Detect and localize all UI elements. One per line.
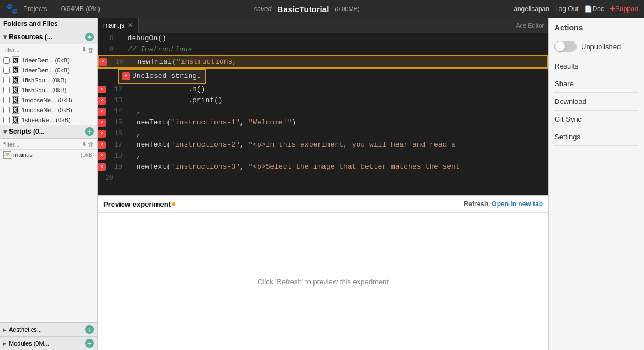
- editor-tab-main-js[interactable]: main.js ✕: [98, 18, 139, 33]
- scripts-arrow-icon: ▾: [3, 128, 7, 135]
- file-checkbox[interactable]: [3, 107, 10, 113]
- file-checkbox[interactable]: [3, 77, 10, 83]
- code-line-15: ✕ 15 newText("instructions-1", "Welcome!…: [98, 117, 548, 128]
- file-icon: 🖼: [12, 76, 19, 84]
- error-icon-18: ✕: [98, 152, 106, 160]
- scripts-header[interactable]: ▾ Scripts (0... +: [0, 125, 97, 139]
- script-file-size: (0kB): [81, 152, 94, 158]
- error-icon-13: ✕: [98, 97, 106, 105]
- code-line-18: ✕ 18 ,: [98, 150, 548, 161]
- scripts-filter-row: ⬇ 🗑: [0, 139, 97, 150]
- script-file-name: main.js: [13, 152, 81, 158]
- file-icon: 🖼: [12, 96, 19, 104]
- share-action[interactable]: Share: [554, 75, 638, 93]
- file-item[interactable]: 🖼 1fishSqu... (0kB): [0, 85, 97, 95]
- preview-content: Click 'Refresh' to preview this experime…: [98, 213, 548, 350]
- resources-label: Resources (...: [9, 33, 53, 41]
- settings-action[interactable]: Settings: [554, 128, 638, 146]
- code-line-16: ✕ 16 ,: [98, 128, 548, 139]
- project-title: BasicTutorial: [277, 4, 329, 14]
- doc-link[interactable]: 📄Doc: [584, 5, 604, 13]
- scripts-filter-input[interactable]: [3, 141, 81, 148]
- resources-filter-input[interactable]: [3, 46, 81, 53]
- file-item[interactable]: 🖼 1mooseNe... (0kB): [0, 105, 97, 115]
- actions-title: Actions: [554, 23, 638, 32]
- file-name: 1deerDen... (0kB): [22, 57, 94, 64]
- file-item[interactable]: 🖼 1fishSqu... (0kB): [0, 75, 97, 85]
- script-filter-download-icon[interactable]: ⬇: [82, 140, 87, 148]
- code-line-9: 9 // Instructions: [98, 44, 548, 55]
- file-icon: 🖼: [12, 56, 19, 64]
- toggle-knob: [555, 41, 565, 51]
- logo-icon: 🐾: [6, 3, 18, 15]
- js-file-icon: JS: [3, 151, 11, 159]
- error-icon-17: ✕: [98, 141, 106, 149]
- filter-trash-icon[interactable]: 🗑: [88, 46, 94, 53]
- tab-close-button[interactable]: ✕: [128, 22, 133, 29]
- aesthetics-section[interactable]: ▸ Aesthetics... +: [0, 322, 97, 336]
- sidebar: Folders and Files ▾ Resources (... + ⬇ 🗑…: [0, 18, 98, 350]
- tab-label: main.js: [103, 22, 124, 29]
- preview-header: Preview experiment ● Refresh Open in new…: [98, 196, 548, 213]
- file-checkbox[interactable]: [3, 87, 10, 93]
- file-item[interactable]: 🖼 1mooseNe... (0kB): [0, 95, 97, 105]
- code-line-14: ✕ 14 ,: [98, 106, 548, 117]
- scripts-add-button[interactable]: +: [85, 127, 94, 136]
- aesthetics-add-button[interactable]: +: [85, 325, 94, 334]
- projects-link[interactable]: Projects: [23, 5, 47, 13]
- modules-add-button[interactable]: +: [85, 339, 94, 348]
- script-file-item[interactable]: JS main.js (0kB): [0, 150, 97, 160]
- resources-add-button[interactable]: +: [85, 33, 94, 41]
- publish-toggle-row: Unpublished: [554, 39, 638, 54]
- editor-area: main.js ✕ Ace Editor 8 debugOn() 9 // In…: [98, 18, 548, 350]
- storage-info: — 0/64MB (0%): [53, 5, 100, 13]
- error-icon-tooltip: ✕: [122, 72, 130, 80]
- error-icon-12: ✕: [98, 86, 106, 93]
- file-item[interactable]: 🖼 1deerDen... (0kB): [0, 65, 97, 75]
- git-sync-action[interactable]: Git Sync: [554, 111, 638, 128]
- file-checkbox[interactable]: [3, 57, 10, 64]
- code-line-19: ✕ 19 newText("instructions-3", "<b>Selec…: [98, 161, 548, 173]
- code-line-13: ✕ 13 .print(): [98, 95, 548, 106]
- refresh-button[interactable]: Refresh: [464, 200, 489, 208]
- username: angelicapan: [514, 5, 549, 13]
- results-action[interactable]: Results: [554, 58, 638, 75]
- aesthetics-label: Aesthetics...: [9, 326, 42, 333]
- code-line-8: 8 debugOn(): [98, 33, 548, 44]
- resources-header[interactable]: ▾ Resources (... +: [0, 30, 97, 44]
- folders-header: Folders and Files: [0, 18, 97, 30]
- main-layout: Folders and Files ▾ Resources (... + ⬇ 🗑…: [0, 18, 644, 350]
- file-name: 1sheepRe... (0kB): [22, 117, 94, 123]
- preview-title: Preview experiment: [103, 200, 171, 208]
- code-editor[interactable]: 8 debugOn() 9 // Instructions ✕ 10 newTr…: [98, 33, 548, 195]
- file-item[interactable]: 🖼 1sheepRe... (0kB): [0, 115, 97, 125]
- modules-label: Modules (0M...: [9, 340, 49, 347]
- error-icon-10: ✕: [99, 58, 107, 66]
- file-icon: 🖼: [12, 66, 19, 74]
- file-icon: 🖼: [12, 116, 19, 124]
- code-line-17: ✕ 17 newText("instructions-2", "<p>In th…: [98, 139, 548, 150]
- file-checkbox[interactable]: [3, 67, 10, 74]
- file-name: 1deerDen... (0kB): [22, 67, 94, 74]
- unpublished-label: Unpublished: [581, 43, 621, 51]
- aesthetics-arrow-icon: ▸: [3, 326, 7, 333]
- code-line-12: ✕ 12 .n(): [98, 84, 548, 95]
- error-icon-19: ✕: [98, 163, 106, 171]
- resources-filter-row: ⬇ 🗑: [0, 44, 97, 55]
- code-line-tooltip: ✕ Unclosed string.: [118, 69, 206, 84]
- file-item[interactable]: 🖼 1deerDen... (0kB): [0, 55, 97, 65]
- file-checkbox[interactable]: [3, 97, 10, 103]
- download-action[interactable]: Download: [554, 93, 638, 111]
- publish-toggle[interactable]: [554, 41, 577, 52]
- topbar: 🐾 Projects — 0/64MB (0%) saved BasicTuto…: [0, 0, 644, 18]
- logout-button[interactable]: Log Out: [555, 5, 579, 13]
- open-new-tab-link[interactable]: Open in new tab: [491, 200, 543, 208]
- file-name: 1fishSqu... (0kB): [22, 87, 94, 93]
- support-link[interactable]: ✚Support: [610, 5, 638, 13]
- file-checkbox[interactable]: [3, 117, 10, 123]
- modules-arrow-icon: ▸: [3, 340, 7, 347]
- file-icon: 🖼: [12, 86, 19, 94]
- modules-section[interactable]: ▸ Modules (0M... +: [0, 336, 97, 350]
- filter-download-icon[interactable]: ⬇: [82, 46, 87, 53]
- script-filter-trash-icon[interactable]: 🗑: [88, 141, 94, 148]
